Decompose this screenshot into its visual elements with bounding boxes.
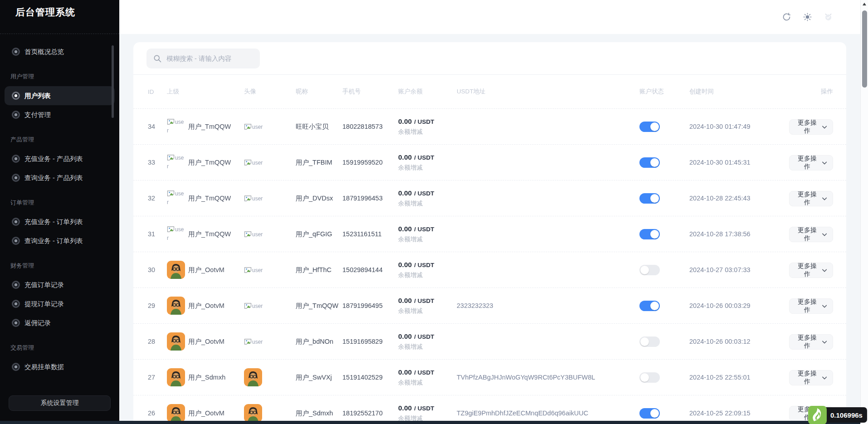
- system-settings-button[interactable]: 系统设置管理: [9, 395, 111, 411]
- balance-amount: 0.00: [398, 189, 412, 197]
- balance-adjust-link[interactable]: 余额增减: [398, 271, 457, 279]
- parent-username[interactable]: 用户_TmQQW: [188, 230, 231, 239]
- parent-avatar: user: [167, 332, 185, 351]
- balance-adjust-link[interactable]: 余额增减: [398, 164, 457, 172]
- balance-adjust-link[interactable]: 余额增减: [398, 343, 457, 351]
- sidebar-item[interactable]: 查询业务 - 订单列表: [5, 231, 115, 250]
- sidebar-item[interactable]: 支付管理: [5, 105, 115, 124]
- nickname: 用户_DVDsx: [296, 194, 342, 203]
- sidebar-item[interactable]: 用户列表: [5, 86, 115, 105]
- balance-adjust-link[interactable]: 余额增减: [398, 235, 457, 244]
- search-input[interactable]: [146, 49, 260, 68]
- more-actions-button[interactable]: 更多操作: [789, 370, 833, 385]
- toggle-knob: [650, 302, 659, 310]
- scrollbar-thumb[interactable]: [862, 10, 867, 88]
- balance-adjust-link[interactable]: 余额增减: [398, 379, 457, 387]
- status-cell: [639, 408, 689, 419]
- status-cell: [639, 122, 689, 132]
- sidebar-item[interactable]: 充值业务 - 订单列表: [5, 212, 115, 231]
- avatar-cell: user: [244, 194, 296, 203]
- avatar-image: [167, 261, 185, 279]
- broken-image-alt-text: user: [252, 160, 263, 166]
- table-row: 29 user 用户_OotvM: [133, 288, 846, 324]
- sidebar-scrollbar-thumb[interactable]: [112, 45, 114, 118]
- parent-username[interactable]: 用户_OotvM: [188, 337, 224, 346]
- more-actions-button[interactable]: 更多操作: [789, 227, 833, 242]
- window-scrollbar[interactable]: [860, 0, 868, 424]
- refresh-icon[interactable]: [782, 12, 791, 22]
- sidebar-item[interactable]: 提现订单记录: [5, 294, 115, 313]
- parent-avatar: user: [167, 225, 185, 243]
- account-status-toggle[interactable]: [639, 157, 660, 168]
- menu-bullet-icon: [12, 155, 20, 163]
- parent-username[interactable]: 用户_OotvM: [188, 302, 224, 310]
- more-actions-label: 更多操作: [795, 334, 819, 350]
- theme-toggle-icon[interactable]: [803, 12, 812, 22]
- top-header: [119, 0, 860, 34]
- column-header: 上级: [167, 88, 244, 96]
- parent-username[interactable]: 用户_TmQQW: [188, 158, 231, 167]
- balance-cell: 0.00/ USDT 余额增减: [398, 297, 457, 315]
- account-status-toggle[interactable]: [639, 229, 660, 239]
- more-actions-button[interactable]: 更多操作: [789, 119, 833, 135]
- user-id: 28: [148, 338, 167, 345]
- more-actions-button[interactable]: 更多操作: [789, 334, 833, 350]
- toggle-knob: [640, 373, 649, 382]
- user-avatar: user: [244, 230, 263, 238]
- column-header: ID: [148, 88, 167, 95]
- account-status-toggle[interactable]: [639, 336, 660, 347]
- account-status-toggle[interactable]: [639, 122, 660, 132]
- account-status-toggle[interactable]: [639, 408, 660, 419]
- sidebar-nav: 首页概况总览用户管理用户列表支付管理产品管理充值业务 - 产品列表查询业务 - …: [0, 42, 119, 376]
- more-actions-button[interactable]: 更多操作: [789, 155, 833, 171]
- balance-cell: 0.00/ USDT 余额增减: [398, 225, 457, 244]
- table-row: 34 user 用户_TmQQW: [133, 109, 846, 145]
- balance-cell: 0.00/ USDT 余额增减: [398, 261, 457, 279]
- parent-username[interactable]: 用户_OotvM: [188, 266, 224, 274]
- broken-image-icon: user: [244, 160, 263, 166]
- balance-adjust-link[interactable]: 余额增减: [398, 128, 457, 136]
- account-status-toggle[interactable]: [639, 265, 660, 275]
- account-status-toggle[interactable]: [639, 301, 660, 311]
- more-actions-label: 更多操作: [795, 262, 819, 278]
- account-status-toggle[interactable]: [639, 372, 660, 383]
- phone-number: 15191402529: [342, 374, 398, 381]
- more-actions-button[interactable]: 更多操作: [789, 263, 833, 278]
- sidebar-item[interactable]: 返佣记录: [5, 313, 115, 332]
- balance-adjust-link[interactable]: 余额增减: [398, 200, 457, 208]
- sidebar-item[interactable]: 充值业务 - 产品列表: [5, 149, 115, 168]
- balance-adjust-link[interactable]: 余额增减: [398, 307, 457, 315]
- check-circle-icon[interactable]: [824, 12, 833, 22]
- nickname: 用户_Sdmxh: [296, 409, 342, 418]
- parent-username[interactable]: 用户_TmQQW: [188, 122, 231, 131]
- action-cell: 更多操作: [789, 333, 833, 350]
- action-cell: 更多操作: [789, 262, 833, 278]
- phone-number: 15919959520: [342, 159, 398, 166]
- scrollbar-up-arrow[interactable]: [863, 3, 866, 5]
- sidebar-item[interactable]: 充值订单记录: [5, 275, 115, 294]
- account-status-toggle[interactable]: [639, 193, 660, 204]
- avatar-image: [167, 332, 185, 351]
- debug-badge[interactable]: 0.106996s: [808, 406, 867, 424]
- avatar-cell: user: [244, 230, 296, 239]
- balance-amount: 0.00: [398, 368, 412, 376]
- sidebar-item[interactable]: 交易挂单数据: [5, 357, 115, 376]
- parent-username[interactable]: 用户_Sdmxh: [188, 373, 225, 382]
- user-avatar: user: [244, 266, 263, 273]
- created-at: 2024-10-26 00:03:12: [689, 338, 789, 345]
- phone-number: 18192552170: [342, 409, 398, 417]
- sidebar-item[interactable]: 查询业务 - 产品列表: [5, 168, 115, 187]
- created-at: 2024-10-25 22:55:01: [689, 374, 789, 381]
- sidebar: 后台管理系统 首页概况总览用户管理用户列表支付管理产品管理充值业务 - 产品列表…: [0, 0, 119, 424]
- more-actions-button[interactable]: 更多操作: [789, 298, 833, 314]
- created-at: 2024-10-28 17:38:56: [689, 230, 789, 238]
- parent-username[interactable]: 用户_OotvM: [188, 409, 224, 418]
- parent-username[interactable]: 用户_TmQQW: [188, 194, 231, 203]
- nickname: 用户_qFGIG: [296, 230, 342, 239]
- column-header: 手机号: [342, 88, 398, 96]
- sidebar-item-label: 用户列表: [24, 92, 51, 100]
- sidebar-item[interactable]: 首页概况总览: [5, 42, 115, 61]
- more-actions-button[interactable]: 更多操作: [789, 191, 833, 206]
- sidebar-item-label: 充值订单记录: [24, 281, 64, 289]
- toggle-knob: [650, 194, 659, 203]
